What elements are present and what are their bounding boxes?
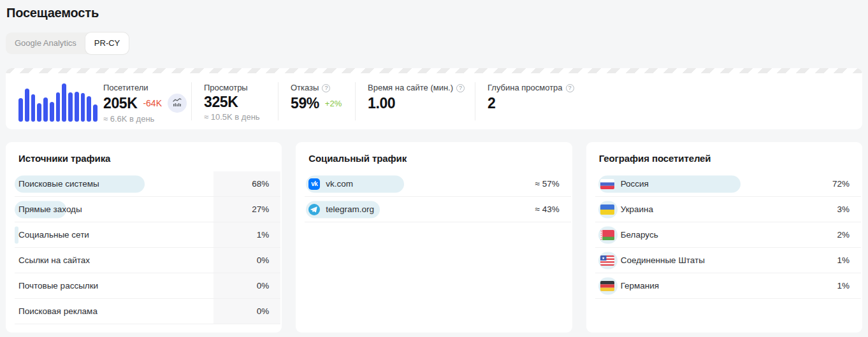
country-row: Соединенные Штаты 1% — [595, 248, 861, 273]
stat-views-label: Просмотры — [204, 83, 278, 93]
traffic-source-label: Поисковая реклама — [18, 306, 98, 316]
country-share: 72% — [832, 179, 861, 189]
stat-visitors-delta: -64K — [143, 98, 162, 108]
social-traffic-card: Социальный трафик vk vk.com ≈ 57% — [296, 142, 572, 333]
stat-view-depth: Глубина просмотра ? 2 — [475, 82, 574, 120]
traffic-page: Посещаемость Google Analytics PR-CY Посе… — [0, 6, 868, 333]
geography-card: География посетителей Россия 72% — [586, 142, 862, 333]
telegram-icon — [308, 204, 320, 215]
stat-visitors: Посетители 205K -64K — [98, 82, 191, 120]
social-site-row: telegram.org ≈ 43% — [305, 197, 570, 222]
stat-bounces-label: Отказы — [291, 83, 319, 93]
social-site-row: vk vk.com ≈ 57% — [305, 171, 570, 197]
traffic-source-value: 1% — [257, 230, 281, 240]
visitors-trend-chart-button[interactable] — [168, 94, 187, 113]
country-share: 1% — [837, 281, 861, 290]
stat-views: Просмотры 325K ≈ 10.5K в день — [191, 82, 278, 120]
stats-row: Посетители 205K -64K — [6, 73, 862, 129]
detail-cards: Источники трафика Поисковые системы 68% … — [6, 142, 862, 333]
stat-visitors-label: Посетители — [103, 83, 191, 93]
geography-title: География посетителей — [599, 153, 850, 164]
social-site-link[interactable]: vk.com — [326, 179, 353, 189]
traffic-source-label: Почтовые рассылки — [18, 281, 98, 290]
social-site-link[interactable]: telegram.org — [326, 204, 374, 214]
share-highlight-bar — [598, 175, 741, 192]
social-site-share: ≈ 57% — [535, 179, 570, 189]
social-traffic-list: vk vk.com ≈ 57% telegram.org ≈ 43% — [305, 171, 570, 222]
traffic-sources-list: Поисковые системы 68% Прямые заходы 27% … — [15, 171, 280, 324]
traffic-sources-title: Источники трафика — [18, 153, 269, 164]
stat-time-on-site: Время на сайте (мин.) ? 1.00 — [355, 82, 475, 120]
stat-views-value: 325K — [204, 94, 238, 111]
flag-russia-icon — [600, 179, 614, 189]
stat-bounces-delta: +2% — [325, 99, 342, 108]
traffic-source-value: 68% — [252, 179, 280, 189]
analytics-source-tabs: Google Analytics PR-CY — [6, 32, 129, 54]
stat-depth-value: 2 — [488, 95, 495, 112]
geography-list: Россия 72% Украина 3% — [595, 171, 861, 299]
traffic-source-value: 0% — [257, 281, 281, 290]
traffic-source-value: 0% — [257, 255, 281, 265]
stat-time-label: Время на сайте (мин.) — [368, 83, 453, 93]
traffic-stats-card: Посетители 205K -64K — [6, 68, 862, 129]
country-share: 1% — [837, 255, 861, 265]
stat-visitors-value: 205K — [103, 95, 137, 112]
stat-time-value: 1.00 — [368, 95, 395, 112]
flag-belarus-icon — [600, 230, 614, 240]
traffic-source-row: Поисковые системы 68% — [15, 171, 280, 197]
page-title: Посещаемость — [6, 6, 862, 20]
traffic-source-row: Прямые заходы 27% — [15, 197, 280, 222]
country-label: Украина — [621, 204, 653, 214]
traffic-source-row: Ссылки на сайтах 0% — [15, 248, 280, 273]
country-label: Соединенные Штаты — [621, 255, 705, 265]
flag-ukraine-icon — [600, 204, 614, 215]
traffic-source-value: 27% — [252, 204, 280, 214]
traffic-source-label: Социальные сети — [18, 230, 89, 240]
country-row: Беларусь 2% — [595, 222, 861, 248]
share-highlight-bar — [306, 175, 404, 192]
time-help-icon[interactable]: ? — [456, 84, 465, 92]
country-row: Украина 3% — [595, 197, 861, 222]
traffic-source-label: Прямые заходы — [18, 204, 82, 214]
stat-bounces: Отказы ? 59% +2% — [278, 82, 355, 120]
country-row: Германия 1% — [595, 273, 861, 299]
tab-google-analytics[interactable]: Google Analytics — [6, 32, 85, 54]
social-site-share: ≈ 43% — [535, 204, 570, 214]
stat-visitors-per-day: ≈ 6.6K в день — [103, 114, 191, 124]
striped-decor-band — [6, 68, 862, 73]
visitors-bar-chart — [18, 82, 98, 122]
traffic-source-label: Ссылки на сайтах — [18, 255, 90, 265]
traffic-sources-card: Источники трафика Поисковые системы 68% … — [6, 142, 282, 333]
stat-views-per-day: ≈ 10.5K в день — [204, 112, 278, 122]
traffic-source-row: Почтовые рассылки 0% — [15, 273, 280, 299]
bounces-help-icon[interactable]: ? — [322, 84, 330, 92]
flag-germany-icon — [600, 281, 614, 291]
traffic-source-label: Поисковые системы — [18, 179, 99, 189]
stat-depth-label: Глубина просмотра — [488, 83, 563, 93]
tab-pr-cy[interactable]: PR-CY — [85, 32, 129, 54]
trend-chart-icon — [172, 98, 182, 109]
country-label: Германия — [621, 281, 660, 290]
traffic-source-row: Поисковая реклама 0% — [15, 299, 280, 324]
country-row: Россия 72% — [595, 171, 861, 197]
country-share: 2% — [837, 230, 861, 240]
depth-help-icon[interactable]: ? — [566, 84, 574, 92]
country-label: Россия — [621, 179, 649, 189]
flag-usa-icon — [600, 255, 614, 266]
social-traffic-title: Социальный трафик — [308, 153, 559, 164]
country-share: 3% — [837, 204, 861, 214]
traffic-source-row: Социальные сети 1% — [15, 222, 280, 248]
traffic-source-value: 0% — [257, 306, 281, 316]
country-label: Беларусь — [621, 230, 658, 240]
stat-bounces-value: 59% — [291, 95, 319, 112]
vk-icon: vk — [308, 178, 320, 190]
